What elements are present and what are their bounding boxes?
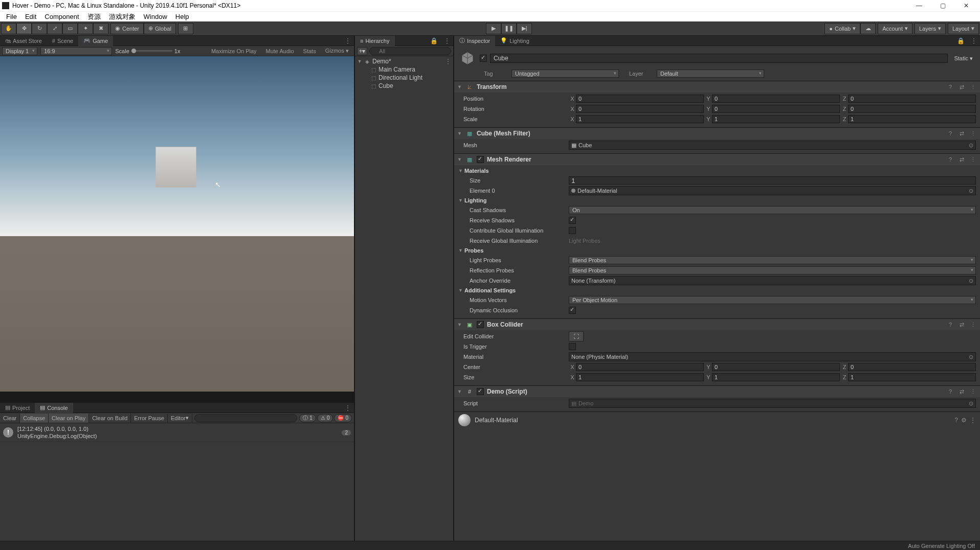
object-picker-icon[interactable]: ⊙ [969, 400, 973, 407]
hierarchy-lock-icon[interactable]: 🔒 [427, 37, 441, 44]
component-menu-icon[interactable]: ⋮ [969, 130, 977, 137]
motion-vectors-dropdown[interactable]: Per Object Motion [569, 296, 976, 304]
tab-asset-store[interactable]: 🛍 Asset Store [0, 36, 47, 46]
menu-help[interactable]: Help [171, 13, 193, 20]
space-toggle[interactable]: ⊕Global [144, 23, 176, 34]
clear-on-play-toggle[interactable]: Clear on Play [49, 414, 89, 423]
tab-console[interactable]: ▤ Console [35, 403, 73, 413]
error-pause-toggle[interactable]: Error Pause [131, 414, 168, 423]
transform-tool-icon[interactable]: ✦ [78, 23, 93, 34]
help-icon[interactable]: ? [946, 130, 954, 136]
gizmos-dropdown[interactable]: Gizmos ▾ [322, 48, 352, 54]
menu-assets[interactable]: 资源 [83, 12, 105, 21]
layer-dropdown[interactable]: Default [657, 70, 764, 78]
active-checkbox[interactable] [480, 55, 487, 62]
menu-window[interactable]: Window [140, 13, 171, 20]
center-z-input[interactable] [848, 363, 976, 371]
dynamic-occlusion-checkbox[interactable] [569, 307, 576, 314]
step-button[interactable]: ▶| [517, 23, 532, 34]
minimize-button[interactable]: — [907, 2, 931, 9]
scale-y-input[interactable] [712, 115, 840, 123]
contribute-gi-checkbox[interactable] [569, 227, 576, 234]
stats-toggle[interactable]: Stats [300, 48, 319, 54]
script-header[interactable]: ▼ # Demo (Script) ? ⇄ ⋮ [454, 386, 980, 397]
log-entry[interactable]: ! [12:12:45] (0.0, 0.0, 0.0, 1.0) UnityE… [0, 423, 354, 442]
close-button[interactable]: ✕ [954, 2, 978, 9]
menu-file[interactable]: File [2, 13, 21, 20]
scale-z-input[interactable] [848, 115, 976, 123]
tab-hierarchy[interactable]: ≡ Hierarchy [355, 36, 395, 46]
hierarchy-context-menu-icon[interactable]: ⋮ [441, 37, 453, 44]
material-header[interactable]: Default-Material ? ⚙ ⋮ [454, 411, 980, 428]
object-picker-icon[interactable]: ⊙ [969, 188, 973, 194]
cloud-icon[interactable]: ☁ [860, 23, 876, 34]
tab-context-menu-icon[interactable]: ⋮ [342, 37, 354, 44]
preset-icon[interactable]: ⇄ [957, 84, 966, 90]
move-tool-icon[interactable]: ✥ [16, 23, 32, 34]
aspect-dropdown[interactable]: 16:9 [40, 47, 112, 55]
console-search[interactable] [194, 414, 298, 422]
clear-on-build-toggle[interactable]: Clear on Build [89, 414, 131, 423]
layout-dropdown[interactable]: Layout ▾ [948, 23, 979, 34]
anchor-override-field[interactable]: None (Transform)⊙ [569, 276, 976, 285]
hierarchy-item-cube[interactable]: ⬚Cube [355, 82, 453, 90]
edit-collider-button[interactable]: ⛶ [569, 331, 584, 341]
gameobject-name-input[interactable] [490, 54, 948, 63]
play-button[interactable]: ▶ [486, 23, 501, 34]
help-icon[interactable]: ? [946, 322, 954, 328]
inspector-lock-icon[interactable]: 🔒 [954, 37, 968, 44]
account-dropdown[interactable]: Account ▾ [878, 23, 912, 34]
rotation-y-input[interactable] [712, 105, 840, 113]
info-count-pill[interactable]: ⓘ 1 [299, 414, 316, 422]
collapse-toggle[interactable]: Collapse [20, 414, 49, 423]
mesh-field[interactable]: ▦ Cube⊙ [569, 141, 976, 150]
mute-audio-toggle[interactable]: Mute Audio [263, 48, 297, 54]
component-menu-icon[interactable]: ⋮ [969, 388, 977, 395]
layers-dropdown[interactable]: Layers ▾ [915, 23, 946, 34]
receive-shadows-checkbox[interactable] [569, 217, 576, 224]
object-picker-icon[interactable]: ⊙ [969, 142, 973, 149]
help-icon[interactable]: ? [954, 417, 958, 424]
help-icon[interactable]: ? [946, 156, 954, 163]
tab-project[interactable]: ▤ Project [0, 403, 35, 413]
game-view[interactable]: ↖ [0, 56, 354, 402]
rect-tool-icon[interactable]: ▭ [62, 23, 78, 34]
pivot-toggle[interactable]: ◉Center [110, 23, 144, 34]
position-z-input[interactable] [848, 95, 976, 103]
tag-dropdown[interactable]: Untagged [511, 70, 619, 78]
object-picker-icon[interactable]: ⊙ [969, 354, 973, 360]
snap-toggle-icon[interactable]: ⊞ [178, 23, 193, 34]
materials-size-input[interactable] [569, 176, 976, 185]
rotate-tool-icon[interactable]: ↻ [32, 23, 47, 34]
preset-icon[interactable]: ⇄ [957, 130, 966, 137]
collab-dropdown[interactable]: ●Collab▾ [825, 23, 860, 34]
console-context-menu-icon[interactable]: ⋮ [342, 404, 354, 411]
preset-icon[interactable]: ⇄ [957, 388, 966, 395]
is-trigger-checkbox[interactable] [569, 343, 576, 350]
component-menu-icon[interactable]: ⋮ [969, 156, 977, 163]
hierarchy-item-camera[interactable]: ⬚Main Camera [355, 65, 453, 74]
meshrenderer-header[interactable]: ▼ ▦ Mesh Renderer ? ⇄ ⋮ [454, 154, 980, 165]
create-dropdown[interactable]: +▾ [357, 47, 367, 55]
renderer-enable-checkbox[interactable] [477, 156, 484, 163]
tab-scene[interactable]: # Scene [47, 36, 78, 46]
light-probes-dropdown[interactable]: Blend Probes [569, 256, 976, 264]
tab-inspector[interactable]: ⓘ Inspector [454, 36, 495, 46]
tab-game[interactable]: 🎮 Game [78, 36, 113, 46]
transform-header[interactable]: ▼ ⟀ Transform ? ⇄ ⋮ [454, 81, 980, 93]
scene-row[interactable]: ▼◈ Demo* ⋮ [355, 57, 453, 65]
tab-lighting[interactable]: 💡 Lighting [495, 36, 534, 46]
preset-icon[interactable]: ⇄ [957, 322, 966, 328]
rotation-x-input[interactable] [576, 105, 704, 113]
menu-edit[interactable]: Edit [21, 13, 40, 20]
size-y-input[interactable] [712, 373, 840, 381]
scale-slider[interactable]: Scale 1x [115, 48, 180, 54]
menu-component[interactable]: Component [40, 13, 83, 20]
size-x-input[interactable] [576, 373, 704, 381]
rotation-z-input[interactable] [848, 105, 976, 113]
center-x-input[interactable] [576, 363, 704, 371]
boxcollider-header[interactable]: ▼ ▣ Box Collider ? ⇄ ⋮ [454, 319, 980, 330]
reflection-probes-dropdown[interactable]: Blend Probes [569, 266, 976, 274]
hierarchy-item-light[interactable]: ⬚Directional Light [355, 74, 453, 82]
cast-shadows-dropdown[interactable]: On [569, 206, 976, 214]
